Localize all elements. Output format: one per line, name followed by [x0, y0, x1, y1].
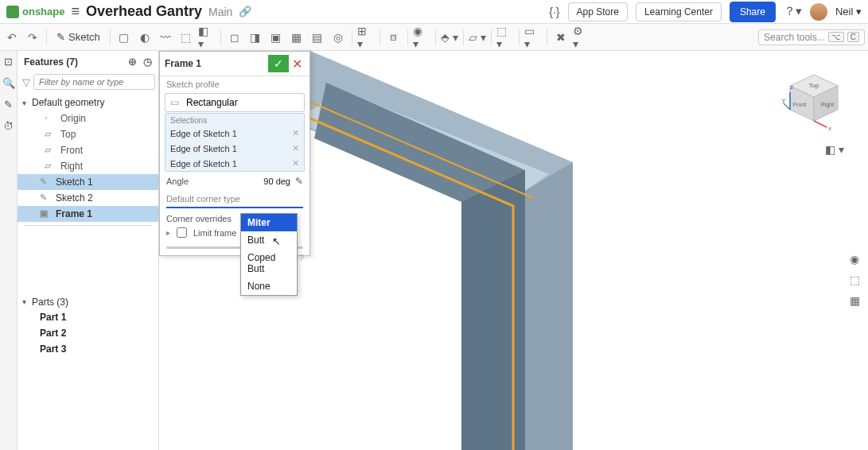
- sketch-2-node[interactable]: ✎Sketch 2: [18, 190, 158, 206]
- remove-selection-icon[interactable]: ✕: [292, 143, 299, 153]
- rail-comments-icon[interactable]: ✎: [4, 99, 13, 111]
- plane-front[interactable]: ▱Front: [18, 142, 158, 158]
- dropdown-item-miter[interactable]: Miter: [241, 214, 297, 231]
- menu-icon[interactable]: ≡: [71, 3, 80, 20]
- sweep-icon[interactable]: 〰: [157, 29, 174, 46]
- mirror-icon[interactable]: ⧈: [385, 29, 403, 46]
- rail-measure-icon[interactable]: ⏱: [3, 120, 14, 132]
- undo-icon[interactable]: ↶: [3, 29, 21, 46]
- features-header: Features (7): [24, 56, 78, 68]
- search-tools[interactable]: Search tools... ⌥ C: [758, 29, 865, 45]
- plane-right[interactable]: ▱Right: [18, 158, 158, 174]
- history-icon[interactable]: ◷: [143, 56, 152, 68]
- origin-node[interactable]: ◦Origin: [18, 111, 158, 126]
- shell-icon[interactable]: ▤: [309, 29, 326, 46]
- extrude-icon[interactable]: ▢: [115, 29, 133, 46]
- frame-icon[interactable]: ✖: [552, 29, 570, 46]
- expand-icon[interactable]: ▸: [166, 228, 170, 237]
- user-name[interactable]: Neil ▾: [835, 6, 862, 17]
- plane-icon[interactable]: ▱ ▾: [469, 29, 486, 46]
- link-icon[interactable]: 🔗: [239, 6, 251, 17]
- rib-icon[interactable]: ▦: [288, 29, 306, 46]
- remove-selection-icon[interactable]: ✕: [292, 128, 299, 138]
- corner-type-dropdown: Miter Butt Coped Butt None: [240, 213, 298, 296]
- redo-icon[interactable]: ↷: [24, 29, 41, 46]
- dialog-close-button[interactable]: ✕: [289, 56, 305, 72]
- loft-icon[interactable]: ⬚: [177, 29, 195, 46]
- sketch-1-node[interactable]: ✎Sketch 1: [18, 174, 158, 190]
- filter-icon[interactable]: ▽: [22, 76, 30, 88]
- fillet-icon[interactable]: ◻: [226, 29, 243, 46]
- app-logo[interactable]: onshape: [6, 6, 64, 18]
- default-geometry-node[interactable]: ▾ Default geometry: [18, 95, 158, 111]
- app-store-button[interactable]: App Store: [568, 2, 628, 21]
- surface-icon[interactable]: ⬚ ▾: [496, 29, 514, 46]
- remove-selection-icon[interactable]: ✕: [292, 158, 299, 169]
- selections-label: Selections: [165, 114, 304, 126]
- boolean-icon[interactable]: ◉ ▾: [413, 29, 430, 46]
- dropdown-item-butt[interactable]: Butt: [241, 231, 297, 249]
- corner-type-label: Default corner type: [160, 191, 309, 207]
- share-button[interactable]: Share: [730, 2, 776, 22]
- dropdown-item-coped-butt[interactable]: Coped Butt: [241, 249, 297, 277]
- help-tooltip-icon[interactable]: ?: [299, 253, 304, 262]
- limit-frame-checkbox[interactable]: [177, 227, 187, 238]
- learning-center-button[interactable]: Learning Center: [636, 2, 722, 21]
- svg-marker-4: [461, 170, 525, 450]
- view-tool-3-icon[interactable]: ▦: [850, 294, 860, 307]
- svg-text:Front: Front: [793, 102, 806, 107]
- rail-search-icon[interactable]: 🔍: [2, 77, 15, 89]
- frame-1-node[interactable]: ▣Frame 1: [18, 206, 158, 222]
- parts-header[interactable]: ▾Parts (3): [18, 292, 158, 309]
- rectangle-icon: ▭: [170, 97, 181, 108]
- draft-icon[interactable]: ▣: [267, 29, 285, 46]
- hole-icon[interactable]: ◎: [329, 29, 347, 46]
- svg-text:z: z: [790, 83, 793, 91]
- transform-icon[interactable]: ⬘ ▾: [441, 29, 458, 46]
- sketch-profile-label: Sketch profile: [160, 76, 309, 92]
- part-1[interactable]: Part 1: [18, 309, 158, 325]
- svg-text:x: x: [828, 125, 831, 132]
- part-2[interactable]: Part 2: [18, 325, 158, 341]
- revolve-icon[interactable]: ◐: [136, 29, 154, 46]
- selection-item[interactable]: Edge of Sketch 1✕: [165, 141, 304, 156]
- svg-text:Top: Top: [809, 82, 819, 89]
- thicken-icon[interactable]: ◧ ▾: [198, 29, 216, 46]
- svg-text:Right: Right: [821, 102, 834, 108]
- pattern-icon[interactable]: ⊞ ▾: [357, 29, 375, 46]
- svg-text:y: y: [782, 96, 785, 103]
- document-title[interactable]: Overhead Gantry: [86, 3, 202, 20]
- curly-braces-icon[interactable]: {·}: [549, 6, 559, 18]
- view-tool-1-icon[interactable]: ◉: [850, 253, 859, 266]
- user-avatar[interactable]: [810, 3, 827, 21]
- sketch-tool[interactable]: ✎ Sketch: [52, 29, 105, 45]
- workspace-name[interactable]: Main: [208, 6, 232, 18]
- profile-field[interactable]: ▭ Rectangular: [165, 93, 305, 112]
- corner-overrides-label: Corner overrides: [166, 214, 232, 223]
- limit-frame-label: Limit frame: [193, 228, 236, 238]
- view-cube[interactable]: Top Front Right z y x: [782, 68, 846, 132]
- rail-tree-icon[interactable]: ⊡: [4, 56, 13, 68]
- dialog-title: Frame 1: [165, 58, 268, 69]
- edit-angle-icon[interactable]: ✎: [295, 176, 303, 187]
- angle-label: Angle: [166, 177, 189, 186]
- filter-input[interactable]: [33, 74, 155, 90]
- selection-item[interactable]: Edge of Sketch 1✕: [165, 126, 304, 141]
- config-icon[interactable]: ⚙ ▾: [573, 29, 590, 46]
- svg-line-11: [784, 103, 790, 110]
- view-options-icon[interactable]: ◧ ▾: [825, 143, 844, 156]
- cursor-icon: ↖: [272, 235, 281, 247]
- plane-top[interactable]: ▱Top: [18, 126, 158, 142]
- part-3[interactable]: Part 3: [18, 341, 158, 357]
- svg-line-13: [814, 121, 827, 127]
- selection-item[interactable]: Edge of Sketch 1✕: [165, 156, 304, 171]
- view-tool-2-icon[interactable]: ⬚: [850, 273, 860, 286]
- angle-value[interactable]: 90 deg: [263, 177, 290, 186]
- help-icon[interactable]: ？▾: [784, 4, 802, 19]
- dialog-confirm-button[interactable]: ✓: [268, 55, 289, 72]
- dropdown-item-none[interactable]: None: [241, 277, 297, 295]
- chamfer-icon[interactable]: ◨: [247, 29, 264, 46]
- sheetmetal-icon[interactable]: ▭ ▾: [524, 29, 542, 46]
- add-feature-icon[interactable]: ⊕: [128, 56, 137, 68]
